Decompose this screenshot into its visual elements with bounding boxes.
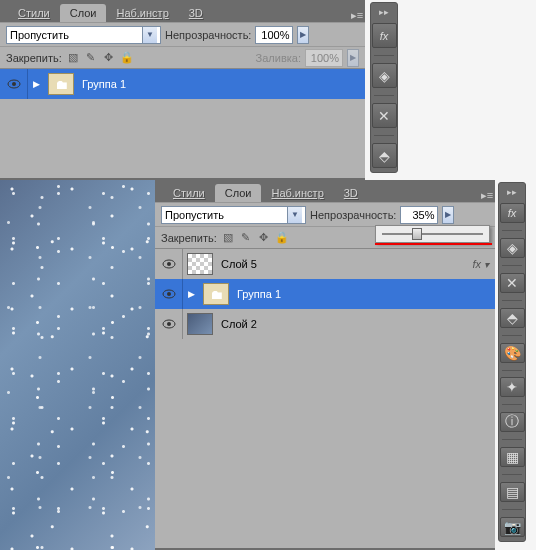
opacity-label: Непрозрачность: — [165, 29, 251, 41]
fx-badge[interactable]: fx ▾ — [472, 258, 489, 270]
folder-icon: 🖿 — [203, 283, 229, 305]
library-icon[interactable]: ▤ — [500, 482, 525, 502]
tab-toolpreset[interactable]: Наб.инстр — [261, 184, 333, 202]
layers-panel-1: Стили Слои Наб.инстр 3D ▸≡ Пропустить ▼ … — [0, 0, 365, 180]
visibility-icon[interactable] — [155, 279, 183, 309]
layer-name[interactable]: Слой 5 — [221, 258, 257, 270]
fx-button[interactable]: fx — [500, 203, 525, 223]
tool-strip-right: ▸▸ fx ◈ ✕ ⬘ 🎨 ✦ ⓘ ▦ ▤ 📷 — [498, 182, 526, 542]
layer-row[interactable]: Слой 2 — [155, 309, 495, 339]
annotation-underline — [375, 243, 492, 245]
svg-point-1 — [12, 82, 16, 86]
lock-label: Закрепить: — [6, 52, 62, 64]
lock-transparency-icon[interactable]: ▧ — [221, 231, 235, 245]
opacity-input[interactable]: 35% — [400, 206, 438, 224]
canvas-preview — [0, 180, 160, 550]
navigator-icon[interactable]: ✦ — [500, 377, 525, 397]
layer-name[interactable]: Группа 1 — [82, 78, 126, 90]
layer-thumb — [187, 313, 213, 335]
layers-icon[interactable]: ◈ — [372, 63, 397, 88]
tab-3d[interactable]: 3D — [179, 4, 213, 22]
tab-layers[interactable]: Слои — [60, 4, 107, 22]
swatches-icon[interactable]: ▦ — [500, 447, 525, 467]
blend-mode-select[interactable]: Пропустить ▼ — [161, 206, 306, 224]
chevron-down-icon: ▼ — [142, 27, 157, 43]
layer-thumb — [187, 253, 213, 275]
svg-point-5 — [167, 292, 171, 296]
3d-icon[interactable]: ⬘ — [372, 143, 397, 168]
blend-mode-select[interactable]: Пропустить ▼ — [6, 26, 161, 44]
lock-all-icon[interactable]: 🔒 — [120, 51, 134, 65]
collapse-arrows-icon[interactable]: ▸▸ — [379, 7, 389, 17]
tab-styles[interactable]: Стили — [8, 4, 60, 22]
fill-flyout-icon: ▶ — [347, 49, 359, 67]
lock-position-icon[interactable]: ✥ — [102, 51, 116, 65]
opacity-flyout-icon[interactable]: ▶ — [297, 26, 309, 44]
layer-name[interactable]: Слой 2 — [221, 318, 257, 330]
info-icon[interactable]: ⓘ — [500, 412, 525, 432]
lock-position-icon[interactable]: ✥ — [257, 231, 271, 245]
layer-row-group[interactable]: ▶ 🖿 Группа 1 — [155, 279, 495, 309]
lock-pixels-icon[interactable]: ✎ — [239, 231, 253, 245]
tab-3d[interactable]: 3D — [334, 184, 368, 202]
slider-thumb[interactable] — [412, 228, 422, 240]
palette-icon[interactable]: 🎨 — [500, 343, 525, 363]
tools-icon[interactable]: ✕ — [372, 103, 397, 128]
layer-name[interactable]: Группа 1 — [237, 288, 281, 300]
tab-layers[interactable]: Слои — [215, 184, 262, 202]
layer-row-group[interactable]: ▶ 🖿 Группа 1 — [0, 69, 365, 99]
tab-styles[interactable]: Стили — [163, 184, 215, 202]
panel-menu-icon[interactable]: ▸≡ — [349, 9, 365, 22]
visibility-icon[interactable] — [0, 69, 28, 99]
slider-track[interactable] — [382, 233, 483, 235]
svg-point-7 — [167, 322, 171, 326]
layers-icon[interactable]: ◈ — [500, 238, 525, 258]
lock-all-icon[interactable]: 🔒 — [275, 231, 289, 245]
visibility-icon[interactable] — [155, 309, 183, 339]
tools-icon[interactable]: ✕ — [500, 273, 525, 293]
tab-row: Стили Слои Наб.инстр 3D ▸≡ — [0, 0, 365, 22]
tab-toolpreset[interactable]: Наб.инстр — [106, 4, 178, 22]
tool-strip-collapse: ▸▸ fx ◈ ✕ ⬘ — [370, 2, 398, 173]
lock-transparency-icon[interactable]: ▧ — [66, 51, 80, 65]
lock-pixels-icon[interactable]: ✎ — [84, 51, 98, 65]
collapse-arrows-icon[interactable]: ▸▸ — [507, 187, 517, 197]
blend-mode-value: Пропустить — [10, 29, 142, 41]
layer-row[interactable]: Слой 5 fx ▾ — [155, 249, 495, 279]
panel-menu-icon[interactable]: ▸≡ — [479, 189, 495, 202]
lock-label: Закрепить: — [161, 232, 217, 244]
opacity-label: Непрозрачность: — [310, 209, 396, 221]
fx-button[interactable]: fx — [372, 23, 397, 48]
fill-label: Заливка: — [256, 52, 301, 64]
expand-icon[interactable]: ▶ — [30, 79, 42, 89]
opacity-flyout-icon[interactable]: ▶ — [442, 206, 454, 224]
opacity-slider[interactable] — [375, 225, 490, 243]
visibility-icon[interactable] — [155, 249, 183, 279]
expand-icon[interactable]: ▶ — [185, 289, 197, 299]
svg-point-3 — [167, 262, 171, 266]
blend-mode-value: Пропустить — [165, 209, 287, 221]
camera-icon[interactable]: 📷 — [500, 517, 525, 537]
folder-icon: 🖿 — [48, 73, 74, 95]
3d-icon[interactable]: ⬘ — [500, 308, 525, 328]
opacity-input[interactable]: 100% — [255, 26, 293, 44]
chevron-down-icon: ▼ — [287, 207, 302, 223]
fill-input: 100% — [305, 49, 343, 67]
